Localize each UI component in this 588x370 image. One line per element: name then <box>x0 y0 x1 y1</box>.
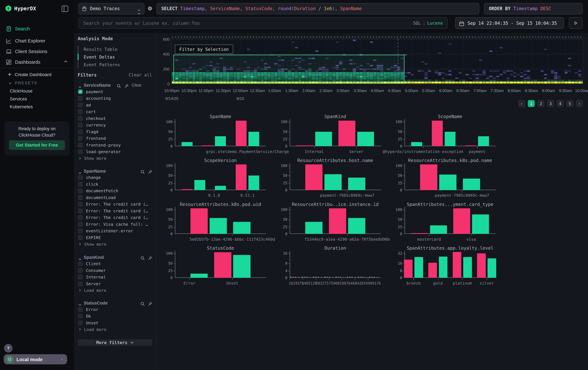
filter-option-currency[interactable]: currency <box>74 122 157 128</box>
load-more-button[interactable]: Load more <box>74 326 157 333</box>
run-query-button[interactable] <box>569 17 583 29</box>
filter-option-payment[interactable]: payment <box>74 89 157 95</box>
checkbox[interactable] <box>78 110 83 114</box>
checkbox[interactable] <box>78 150 83 154</box>
filter-group-statuscode[interactable]: StatusCode <box>74 300 157 306</box>
sql-select-input[interactable]: SELECT Timestamp, ServiceName, StatusCod… <box>157 3 479 14</box>
checkbox[interactable] <box>78 202 83 206</box>
checkbox[interactable] <box>78 90 83 94</box>
events-heatmap[interactable]: Filter by Selection <box>172 39 583 84</box>
checkbox[interactable] <box>78 116 83 121</box>
create-dashboard-button[interactable]: Create Dashboard <box>8 72 52 77</box>
sidebar-item-client-sessions[interactable]: Client Sessions <box>0 47 74 57</box>
checkbox[interactable] <box>78 261 83 266</box>
get-started-button[interactable]: Get Started for Free <box>9 140 65 150</box>
checkbox[interactable] <box>78 229 83 233</box>
sidebar-item-services[interactable]: Services <box>10 96 27 101</box>
checkbox[interactable] <box>78 209 83 213</box>
filter-by-selection-button[interactable]: Filter by Selection <box>175 45 233 54</box>
filter-option-Error[interactable]: Error <box>74 306 157 313</box>
show-more-button[interactable]: Show more <box>74 155 157 162</box>
checkbox[interactable] <box>78 195 83 200</box>
filter-option-flagd[interactable]: flagd <box>74 129 157 135</box>
checkbox[interactable] <box>78 215 83 220</box>
chart-x-tick: silver <box>480 281 494 286</box>
filter-group-spankind[interactable]: SpanKind <box>74 254 157 260</box>
filter-option-checkout[interactable]: checkout <box>74 115 157 122</box>
filter-option-ErrorThecreditcard[interactable]: Error: The credit card (… <box>74 208 157 214</box>
filter-option-Client[interactable]: Client <box>74 260 157 267</box>
pagination-page-5[interactable]: 5 <box>567 100 573 107</box>
filter-option-change[interactable]: change <box>74 174 157 181</box>
filter-option-ad[interactable]: ad <box>74 102 157 109</box>
checkbox[interactable] <box>78 175 83 180</box>
analysis-mode-event-deltas[interactable]: Event Deltas <box>84 55 115 60</box>
filter-option-documentFetch[interactable]: documentFetch <box>74 188 157 194</box>
checkbox[interactable] <box>78 281 83 286</box>
source-select[interactable]: Demo Traces <box>78 3 144 14</box>
sidebar-item-kubernetes[interactable]: Kubernetes <box>10 104 33 110</box>
filter-option-frontend-proxy[interactable]: frontend-proxy <box>74 142 157 149</box>
pagination-page-4[interactable]: 4 <box>557 100 564 107</box>
checkbox[interactable] <box>78 314 83 318</box>
filter-option-Consumer[interactable]: Consumer <box>74 267 157 274</box>
help-button[interactable]: ? <box>4 344 12 352</box>
filter-option-click[interactable]: click <box>74 181 157 188</box>
sidebar-item-dashboards[interactable]: Dashboards <box>0 57 74 67</box>
filter-option-load-generator[interactable]: load-generator <box>74 149 157 155</box>
filter-option-Ok[interactable]: Ok <box>74 313 157 320</box>
checkbox[interactable] <box>78 321 83 325</box>
filter-group-spanname[interactable]: SpanName <box>74 168 157 174</box>
filter-group-servicename[interactable]: ServiceNameClear <box>74 82 157 89</box>
filter-option-ErrorThecreditcard[interactable]: Error: The credit card (… <box>74 214 157 221</box>
show-more-button[interactable]: Show more <box>74 241 157 248</box>
checkbox[interactable] <box>78 222 83 227</box>
checkbox[interactable] <box>78 143 83 147</box>
checkbox[interactable] <box>78 307 83 312</box>
sidebar-item-clickhouse[interactable]: ClickHouse <box>10 89 32 94</box>
analysis-mode-results-table[interactable]: Results Table <box>84 47 117 52</box>
heatmap-date-label: 9/14/25 <box>165 96 178 101</box>
sidebar-item-chart-explorer[interactable]: Chart Explorer <box>0 36 74 46</box>
pagination-page-2[interactable]: 2 <box>537 100 544 107</box>
filter-option-Internal[interactable]: Internal <box>74 274 157 280</box>
clear-all-button[interactable]: Clear all <box>129 72 152 77</box>
checkbox[interactable] <box>78 103 83 107</box>
pagination-page-3[interactable]: 3 <box>547 100 554 107</box>
checkbox[interactable] <box>78 96 83 100</box>
pagination-next[interactable]: › <box>576 100 583 107</box>
language-toggle[interactable]: SQL|Lucene <box>413 20 443 26</box>
presets-toggle[interactable]: PRESETS <box>8 80 37 85</box>
filter-option-eventListener.error[interactable]: eventListener.error <box>74 228 157 234</box>
filter-option-cart[interactable]: cart <box>74 109 157 115</box>
pagination-prev[interactable]: ‹ <box>518 100 525 107</box>
checkbox[interactable] <box>78 123 83 127</box>
filter-option-Server[interactable]: Server <box>74 280 157 287</box>
filter-option-documentLoad[interactable]: documentLoad <box>74 194 157 201</box>
more-filters-button[interactable]: More filters <box>78 339 152 346</box>
search-input[interactable]: Search your events w/ Lucene ex. column:… <box>78 17 448 29</box>
checkbox[interactable] <box>78 235 83 240</box>
checkbox[interactable] <box>78 130 83 134</box>
analysis-mode-event-patterns[interactable]: Event Patterns <box>84 62 120 67</box>
date-range-picker[interactable]: Sep 14 22:04:35 - Sep 15 10:04:35 <box>455 17 564 29</box>
load-more-button[interactable]: Load more <box>74 287 157 294</box>
checkbox[interactable] <box>78 189 83 193</box>
checkbox[interactable] <box>78 136 83 140</box>
filter-option-ErrorVisacachefull[interactable]: Error: Visa cache full: … <box>74 221 157 228</box>
checkbox[interactable] <box>78 275 83 279</box>
filter-option-ErrorThecreditcard[interactable]: Error: The credit card (… <box>74 201 157 208</box>
filter-option-EXPIRE[interactable]: EXPIRE <box>74 234 157 241</box>
filter-option-frontend[interactable]: frontend <box>74 135 157 142</box>
checkbox[interactable] <box>78 182 83 186</box>
heatmap-selection[interactable] <box>173 55 405 83</box>
checkbox[interactable] <box>78 268 83 273</box>
filter-option-accounting[interactable]: accounting <box>74 95 157 102</box>
local-mode-menu[interactable]: U Local mode › <box>4 354 67 364</box>
pagination-page-1[interactable]: 1 <box>528 100 535 107</box>
sidebar-collapse-icon[interactable] <box>62 6 68 12</box>
sidebar-item-search[interactable]: Search <box>0 24 74 34</box>
order-by-input[interactable]: ORDER BY Timestamp DESC <box>484 3 583 14</box>
gear-icon[interactable] <box>147 6 153 13</box>
filter-option-Unset[interactable]: Unset <box>74 320 157 326</box>
